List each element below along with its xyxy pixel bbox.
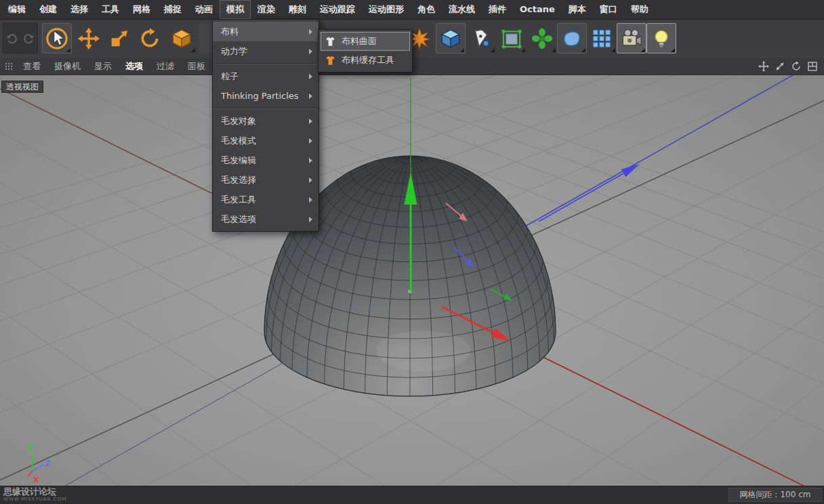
menu-item-cloth-cache-tool[interactable]: 布料缓存工具 (321, 51, 410, 70)
submenu-arrow-icon (309, 177, 312, 183)
menu-item-mograph[interactable]: 运动图形 (362, 0, 411, 19)
viewport-canvas[interactable]: Y Z X (0, 75, 824, 486)
menu-item-simulate[interactable]: 模拟 (220, 0, 251, 19)
viewport-menu-handle-icon[interactable] (3, 61, 15, 72)
last-used-tool-button[interactable] (167, 23, 197, 54)
viewport-view-label[interactable]: 透视视图 (1, 81, 43, 93)
menu-item-label: 布料曲面 (342, 35, 377, 47)
menu-item-label: 动力学 (221, 45, 247, 58)
live-selection-icon (45, 27, 68, 50)
rotate-view-button[interactable] (790, 60, 802, 72)
cloth-submenu: 布料曲面 布料缓存工具 (318, 29, 413, 72)
undo-redo-group (3, 23, 38, 54)
dropdown-corner (671, 48, 675, 52)
cube-tool-icon (170, 27, 193, 50)
cloth-surface-icon (325, 36, 336, 47)
axis-z-label: Z (45, 459, 50, 468)
light-button[interactable] (646, 23, 676, 54)
menu-item-octane[interactable]: Octane (513, 0, 562, 19)
menu-item-select[interactable]: 选择 (64, 0, 95, 19)
submenu-arrow-icon (309, 29, 312, 35)
menu-item-tools[interactable]: 工具 (95, 0, 126, 19)
simulate-dropdown-menu: 布料 动力学 粒子 Thinking Particles 毛发对象 毛发模式 毛… (212, 19, 319, 232)
camera-icon (620, 27, 643, 50)
viewport-menu-panel[interactable]: 面板 (181, 58, 212, 75)
menu-item-animate[interactable]: 动画 (188, 0, 220, 19)
subdivision-cage-icon (500, 27, 523, 50)
viewport-menu-camera[interactable]: 摄像机 (47, 58, 87, 75)
menu-item-label: 毛发对象 (221, 115, 256, 127)
menu-item-label: 毛发选择 (221, 174, 256, 186)
menu-item-hair-select[interactable]: 毛发选择 (213, 170, 318, 190)
menu-item-thinking-particles[interactable]: Thinking Particles (213, 86, 318, 106)
status-bar: 思缘设计论坛 WWW.MISSYUAN.COM 网格间距：100 cm (0, 486, 824, 504)
menu-item-hair-edit[interactable]: 毛发编辑 (213, 150, 318, 170)
menu-item-render[interactable]: 渲染 (251, 0, 282, 19)
dropdown-corner (191, 48, 195, 52)
redo-icon[interactable] (21, 31, 36, 46)
viewport-menu-view[interactable]: 查看 (16, 58, 47, 75)
menu-item-script[interactable]: 脚本 (562, 0, 593, 19)
dropdown-corner (491, 48, 495, 52)
menu-item-label: Thinking Particles (221, 91, 299, 101)
partially-hidden-tool-button[interactable] (199, 23, 212, 54)
array-grid-icon (590, 27, 613, 50)
dropdown-corner (66, 48, 70, 52)
move-tool-button[interactable] (74, 23, 104, 54)
menu-item-hair-objects[interactable]: 毛发对象 (213, 111, 318, 131)
cloth-cache-icon (325, 55, 336, 66)
pan-view-button[interactable] (758, 60, 770, 72)
menu-item-help[interactable]: 帮助 (624, 0, 655, 19)
submenu-arrow-icon (309, 93, 312, 99)
menu-item-snap[interactable]: 捕捉 (157, 0, 188, 19)
menu-item-sculpt[interactable]: 雕刻 (282, 0, 313, 19)
grid-spacing-text: 网格间距：100 cm (739, 489, 810, 501)
viewport-menu-display[interactable]: 显示 (87, 58, 119, 75)
mograph-flower-icon (531, 27, 554, 50)
menu-item-label: 毛发编辑 (221, 154, 256, 167)
menu-item-character[interactable]: 角色 (411, 0, 442, 19)
menu-item-mesh[interactable]: 网格 (126, 0, 157, 19)
menu-item-particles[interactable]: 粒子 (213, 66, 318, 86)
submenu-arrow-icon (309, 49, 312, 54)
menu-item-dynamics[interactable]: 动力学 (213, 41, 318, 61)
rotate-tool-button[interactable] (135, 23, 165, 54)
menu-item-hair-tools[interactable]: 毛发工具 (213, 190, 318, 209)
menu-item-plugins[interactable]: 插件 (482, 0, 513, 19)
volume-button[interactable] (557, 23, 587, 54)
pen-icon (470, 27, 493, 50)
watermark: 思缘设计论坛 WWW.MISSYUAN.COM (3, 487, 66, 503)
camera-button[interactable] (617, 23, 646, 54)
menu-item-window[interactable]: 窗口 (593, 0, 624, 19)
menu-item-label: 布料缓存工具 (342, 54, 394, 66)
toggle-view-layout-button[interactable] (806, 60, 819, 72)
menu-item-motion-tracker[interactable]: 运动跟踪 (313, 0, 362, 19)
pen-spline-button[interactable] (466, 23, 496, 54)
menu-bar: 编辑 创建 选择 工具 网格 捕捉 动画 模拟 渲染 雕刻 运动跟踪 运动图形 … (0, 0, 824, 20)
undo-icon[interactable] (5, 31, 20, 46)
menu-item-hair-mode[interactable]: 毛发模式 (213, 131, 318, 150)
add-cube-button[interactable] (436, 23, 466, 54)
application-window: 编辑 创建 选择 工具 网格 捕捉 动画 模拟 渲染 雕刻 运动跟踪 运动图形 … (0, 0, 824, 504)
array-button[interactable] (587, 23, 617, 54)
viewport-menu-filter[interactable]: 过滤 (150, 58, 181, 75)
menu-item-create[interactable]: 创建 (33, 0, 64, 19)
submenu-arrow-icon (309, 158, 312, 163)
menu-item-edit[interactable]: 编辑 (1, 0, 33, 19)
menu-item-pipeline[interactable]: 流水线 (442, 0, 482, 19)
menu-item-label: 毛发模式 (221, 135, 256, 147)
subdivision-surface-button[interactable] (497, 23, 527, 54)
menu-item-label: 粒子 (221, 70, 239, 83)
menu-item-cloth[interactable]: 布料 (213, 22, 318, 41)
watermark-title: 思缘设计论坛 (3, 487, 66, 497)
live-selection-button[interactable] (42, 23, 72, 54)
scale-tool-button[interactable] (104, 23, 134, 54)
mograph-button[interactable] (527, 23, 557, 54)
volume-blob-icon (560, 27, 583, 50)
axis-y-label: Y (27, 444, 34, 453)
viewport-menu-options[interactable]: 选项 (119, 58, 150, 75)
zoom-view-button[interactable] (774, 60, 786, 72)
menu-item-hair-options[interactable]: 毛发选项 (213, 209, 318, 229)
watermark-url: WWW.MISSYUAN.COM (3, 497, 66, 503)
menu-item-cloth-surface[interactable]: 布料曲面 (321, 32, 410, 51)
